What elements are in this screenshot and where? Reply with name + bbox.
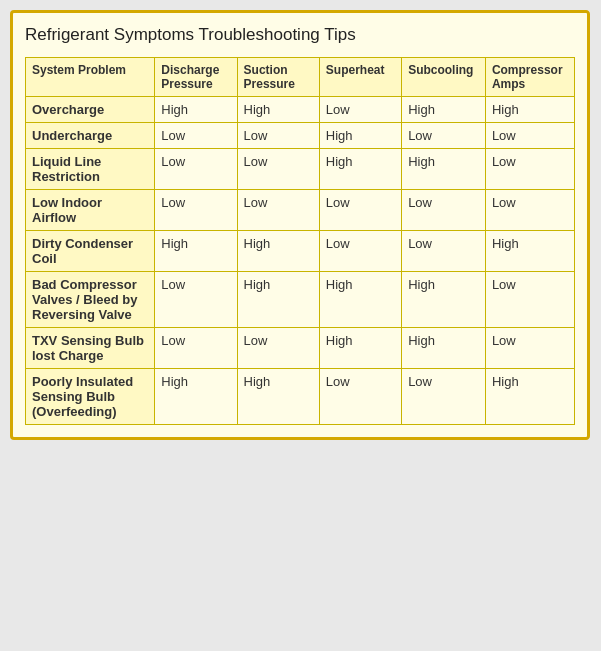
cell-superheat: Low xyxy=(319,231,401,272)
col-header-problem: System Problem xyxy=(26,58,155,97)
cell-discharge: Low xyxy=(155,328,237,369)
cell-problem: Dirty Condenser Coil xyxy=(26,231,155,272)
cell-suction: High xyxy=(237,272,319,328)
table-row: OverchargeHighHighLowHighHigh xyxy=(26,97,575,123)
cell-amps: High xyxy=(485,231,574,272)
cell-discharge: High xyxy=(155,97,237,123)
cell-amps: Low xyxy=(485,328,574,369)
cell-problem: Bad Compressor Valves / Bleed by Reversi… xyxy=(26,272,155,328)
troubleshooting-table: System Problem Discharge Pressure Suctio… xyxy=(25,57,575,425)
cell-superheat: Low xyxy=(319,369,401,425)
cell-superheat: Low xyxy=(319,190,401,231)
cell-discharge: Low xyxy=(155,149,237,190)
table-row: Poorly Insulated Sensing Bulb (Overfeedi… xyxy=(26,369,575,425)
cell-discharge: Low xyxy=(155,272,237,328)
cell-superheat: High xyxy=(319,272,401,328)
cell-suction: Low xyxy=(237,123,319,149)
cell-suction: Low xyxy=(237,190,319,231)
table-row: Liquid Line RestrictionLowLowHighHighLow xyxy=(26,149,575,190)
col-header-suction: Suction Pressure xyxy=(237,58,319,97)
cell-suction: Low xyxy=(237,149,319,190)
col-header-discharge: Discharge Pressure xyxy=(155,58,237,97)
cell-discharge: Low xyxy=(155,123,237,149)
cell-superheat: Low xyxy=(319,97,401,123)
cell-suction: Low xyxy=(237,328,319,369)
table-row: TXV Sensing Bulb lost ChargeLowLowHighHi… xyxy=(26,328,575,369)
cell-subcooling: High xyxy=(402,97,486,123)
cell-amps: Low xyxy=(485,123,574,149)
col-header-superheat: Superheat xyxy=(319,58,401,97)
cell-subcooling: Low xyxy=(402,231,486,272)
cell-suction: High xyxy=(237,231,319,272)
cell-subcooling: Low xyxy=(402,123,486,149)
cell-superheat: High xyxy=(319,328,401,369)
table-row: Dirty Condenser CoilHighHighLowLowHigh xyxy=(26,231,575,272)
page-title: Refrigerant Symptoms Troubleshooting Tip… xyxy=(25,25,575,45)
cell-discharge: High xyxy=(155,231,237,272)
cell-superheat: High xyxy=(319,123,401,149)
cell-subcooling: Low xyxy=(402,369,486,425)
cell-problem: TXV Sensing Bulb lost Charge xyxy=(26,328,155,369)
cell-problem: Undercharge xyxy=(26,123,155,149)
cell-suction: High xyxy=(237,97,319,123)
cell-discharge: Low xyxy=(155,190,237,231)
cell-problem: Low Indoor Airflow xyxy=(26,190,155,231)
cell-subcooling: High xyxy=(402,149,486,190)
table-row: Bad Compressor Valves / Bleed by Reversi… xyxy=(26,272,575,328)
cell-amps: Low xyxy=(485,190,574,231)
cell-amps: High xyxy=(485,369,574,425)
cell-amps: High xyxy=(485,97,574,123)
table-row: UnderchargeLowLowHighLowLow xyxy=(26,123,575,149)
cell-problem: Poorly Insulated Sensing Bulb (Overfeedi… xyxy=(26,369,155,425)
cell-amps: Low xyxy=(485,272,574,328)
cell-subcooling: Low xyxy=(402,190,486,231)
col-header-amps: Compressor Amps xyxy=(485,58,574,97)
cell-suction: High xyxy=(237,369,319,425)
table-row: Low Indoor AirflowLowLowLowLowLow xyxy=(26,190,575,231)
cell-subcooling: High xyxy=(402,328,486,369)
troubleshooting-card: Refrigerant Symptoms Troubleshooting Tip… xyxy=(10,10,590,440)
cell-discharge: High xyxy=(155,369,237,425)
cell-superheat: High xyxy=(319,149,401,190)
cell-amps: Low xyxy=(485,149,574,190)
cell-subcooling: High xyxy=(402,272,486,328)
cell-problem: Overcharge xyxy=(26,97,155,123)
col-header-subcooling: Subcooling xyxy=(402,58,486,97)
cell-problem: Liquid Line Restriction xyxy=(26,149,155,190)
